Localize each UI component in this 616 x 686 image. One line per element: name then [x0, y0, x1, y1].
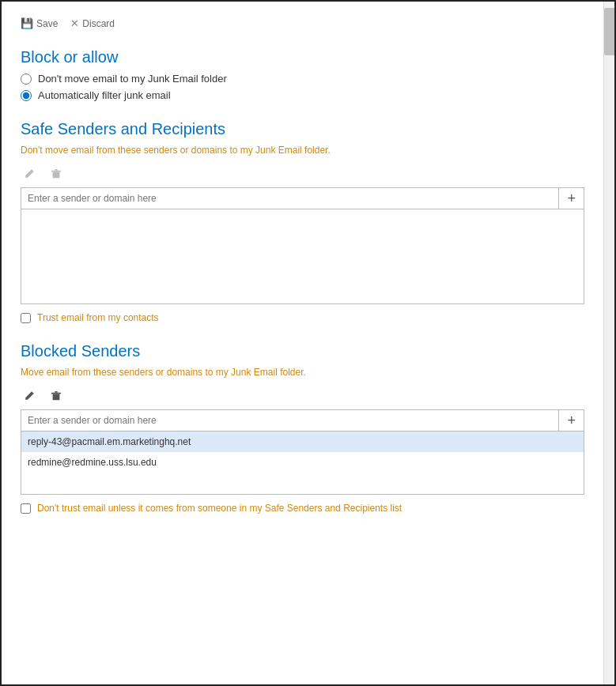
list-item[interactable]: reply-43@pacmail.em.marketinghq.net: [21, 432, 584, 452]
toolbar: 💾 Save ✕ Discard: [21, 14, 584, 29]
svg-rect-0: [53, 172, 60, 178]
safe-sender-input[interactable]: [21, 188, 558, 209]
trust-contacts-row: Trust email from my contacts: [21, 312, 584, 323]
save-icon: 💾: [21, 17, 33, 29]
safe-senders-desc: Don't move email from these senders or d…: [21, 145, 584, 156]
safe-sender-input-row: +: [21, 187, 584, 209]
list-item[interactable]: redmine@redmine.uss.lsu.edu: [21, 452, 584, 473]
no-junk-option[interactable]: Don't move email to my Junk Email folder: [21, 73, 584, 85]
blocked-delete-button[interactable]: [47, 389, 65, 403]
safe-edit-button[interactable]: [21, 167, 38, 181]
svg-rect-5: [55, 391, 58, 393]
auto-filter-radio[interactable]: [21, 90, 32, 101]
blocked-add-button[interactable]: +: [558, 410, 584, 431]
trash-icon: [51, 168, 62, 179]
auto-filter-option[interactable]: Automatically filter junk email: [21, 89, 584, 101]
scrollbar-thumb[interactable]: [604, 8, 615, 55]
block-or-allow-section: Block or allow Don't move email to my Ju…: [21, 48, 584, 101]
no-junk-radio[interactable]: [21, 74, 32, 85]
discard-label: Discard: [82, 18, 115, 29]
blocked-senders-desc: Move email from these senders or domains…: [21, 367, 584, 378]
dont-trust-label: Don't trust email unless it comes from s…: [37, 503, 402, 514]
safe-delete-button[interactable]: [47, 167, 65, 181]
safe-add-button[interactable]: +: [558, 188, 584, 209]
blocked-senders-icon-toolbar: [21, 387, 584, 405]
safe-senders-icon-toolbar: [21, 165, 584, 183]
blocked-sender-input-row: +: [21, 409, 584, 432]
dont-trust-checkbox[interactable]: [21, 503, 31, 514]
save-label: Save: [36, 18, 58, 29]
dont-trust-row: Don't trust email unless it comes from s…: [21, 503, 584, 514]
svg-rect-4: [51, 393, 61, 394]
safe-senders-section: Safe Senders and Recipients Don't move e…: [21, 120, 584, 323]
blocked-edit-button[interactable]: [21, 389, 38, 403]
blocked-senders-list: reply-43@pacmail.em.marketinghq.net redm…: [21, 432, 584, 495]
blocked-senders-section: Blocked Senders Move email from these se…: [21, 342, 584, 514]
junk-filter-options: Don't move email to my Junk Email folder…: [21, 73, 584, 101]
svg-rect-1: [51, 171, 61, 172]
auto-filter-label: Automatically filter junk email: [38, 89, 171, 101]
discard-icon: ✕: [70, 17, 79, 29]
safe-senders-title: Safe Senders and Recipients: [21, 120, 584, 138]
save-button[interactable]: 💾 Save: [21, 17, 58, 29]
trash-icon: [51, 390, 62, 401]
trust-contacts-checkbox[interactable]: [21, 313, 31, 323]
pencil-icon: [24, 390, 35, 401]
blocked-sender-input[interactable]: [21, 410, 558, 431]
svg-rect-2: [55, 169, 58, 171]
scrollbar[interactable]: [603, 2, 614, 684]
blocked-senders-title: Blocked Senders: [21, 342, 584, 360]
trust-contacts-label: Trust email from my contacts: [37, 312, 159, 323]
discard-button[interactable]: ✕ Discard: [70, 17, 115, 29]
block-or-allow-title: Block or allow: [21, 48, 584, 66]
pencil-icon: [24, 168, 35, 179]
no-junk-label: Don't move email to my Junk Email folder: [38, 73, 227, 85]
svg-rect-3: [53, 394, 60, 400]
safe-senders-list: [21, 209, 584, 304]
